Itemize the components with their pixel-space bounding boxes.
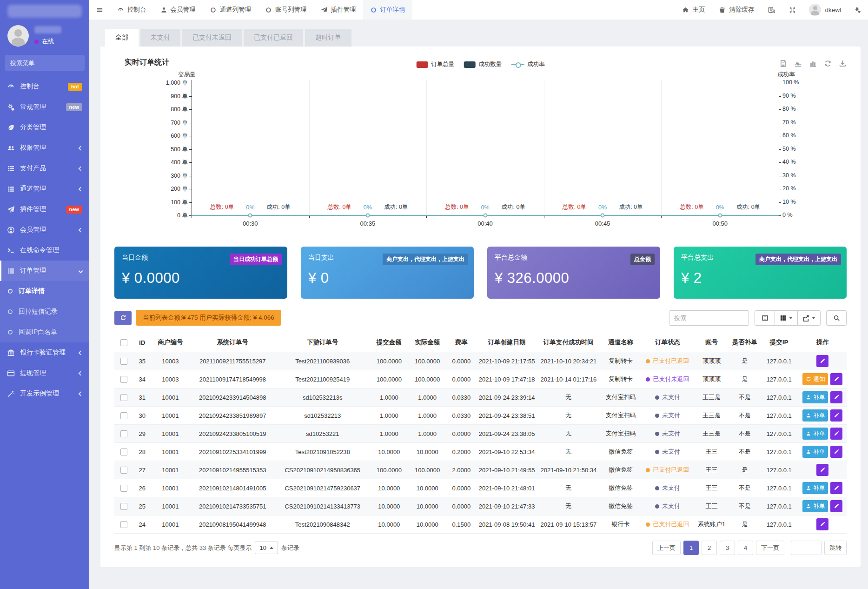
sidebar-item-4[interactable]: 支付产品 [0, 158, 89, 179]
reissue-button[interactable]: 补单 [802, 482, 828, 494]
search-icon[interactable] [72, 60, 79, 67]
edit-button[interactable] [830, 446, 842, 458]
tab-0[interactable]: 全部 [105, 29, 139, 47]
search-button[interactable] [826, 310, 847, 326]
topnav-item-2[interactable]: 通道列管理 [203, 0, 258, 20]
clear-cache-link[interactable]: 清除缓存 [712, 0, 761, 20]
legend-item-1[interactable]: 成功数量 [464, 60, 502, 68]
tab-4[interactable]: 超时订单 [305, 29, 351, 47]
sidebar-search-input[interactable] [10, 60, 72, 67]
download-icon[interactable] [839, 60, 847, 67]
sidebar-subitem-0[interactable]: 订单详情 [0, 281, 89, 301]
point-label-success: 成功: 0单 [502, 203, 525, 211]
tab-2[interactable]: 已支付未返回 [182, 29, 242, 47]
reissue-button[interactable]: 补单 [802, 391, 828, 403]
avatar[interactable] [7, 25, 29, 47]
topbar-right: 主页 清除缓存 dkewl [675, 0, 868, 20]
user-menu[interactable]: dkewl [803, 0, 847, 20]
reissue-button[interactable]: 补单 [802, 500, 828, 512]
point-label-success: 成功: 0单 [266, 203, 290, 211]
sidebar-item-5[interactable]: 通道管理 [0, 179, 89, 199]
table-row: 241000120210908195041499948Test202109084… [114, 515, 847, 534]
row-checkbox[interactable] [120, 448, 127, 455]
sidebar-item-3[interactable]: 权限管理 [0, 138, 89, 158]
language-button[interactable] [761, 0, 782, 20]
tab-1[interactable]: 未支付 [140, 29, 180, 47]
edit-button[interactable] [830, 391, 842, 403]
reissue-button[interactable]: 补单 [802, 446, 828, 458]
topnav-item-3[interactable]: 账号列管理 [258, 0, 314, 20]
table-search-input[interactable] [669, 310, 749, 326]
y-tick-right: 100 % [782, 79, 815, 86]
edit-button[interactable] [816, 355, 828, 367]
row-checkbox[interactable] [120, 503, 127, 510]
edit-button[interactable] [816, 464, 828, 476]
cell-rate: 0.0000 [446, 425, 476, 443]
edit-button[interactable] [830, 482, 842, 494]
sidebar-item-0[interactable]: 控制台hot [0, 76, 89, 97]
translate-icon [768, 7, 775, 13]
page-button-1[interactable]: 1 [683, 541, 699, 555]
topnav-item-1[interactable]: 会员管理 [153, 0, 203, 20]
page-button-2[interactable]: 2 [702, 541, 717, 555]
columns-button[interactable] [775, 310, 798, 326]
home-link[interactable]: 主页 [675, 0, 712, 20]
sidebar-item-6[interactable]: 插件管理new [0, 199, 89, 220]
tab-3[interactable]: 已支付已返回 [244, 29, 303, 47]
row-checkbox[interactable] [120, 467, 127, 474]
jump-page-input[interactable] [791, 541, 822, 555]
topnav-item-5[interactable]: 订单详情 [363, 0, 412, 20]
refresh-button[interactable] [114, 311, 132, 325]
cell-ip: 127.0.0.1 [760, 370, 799, 388]
row-checkbox[interactable] [120, 521, 127, 528]
row-checkbox[interactable] [120, 358, 127, 365]
sidebar-item-2[interactable]: 分类管理 [0, 117, 89, 138]
topnav-item-4[interactable]: 插件管理 [314, 0, 363, 20]
jump-button[interactable]: 跳转 [824, 541, 847, 555]
notify-button[interactable]: 通知 [802, 373, 828, 385]
edit-button[interactable] [830, 500, 842, 512]
edit-button[interactable] [830, 373, 842, 385]
row-checkbox[interactable] [120, 412, 127, 419]
sidebar-item-9[interactable]: 订单管理 [0, 261, 89, 281]
next-page-button[interactable]: 下一页 [756, 541, 784, 555]
sidebar-item-1[interactable]: 常规管理new [0, 97, 89, 117]
settings-button[interactable] [847, 0, 868, 20]
stat-card-amount: ¥ 326.0000 [495, 270, 653, 287]
reissue-button[interactable]: 补单 [802, 428, 828, 440]
row-checkbox[interactable] [120, 430, 127, 437]
edit-button[interactable] [830, 428, 842, 440]
row-checkbox[interactable] [120, 485, 127, 492]
reissue-label: 补单 [813, 412, 825, 420]
sidebar-subitem-2[interactable]: 回调IP白名单 [0, 322, 89, 342]
sidebar-item-7[interactable]: 会员管理 [0, 220, 89, 240]
reissue-button[interactable]: 补单 [802, 409, 828, 422]
restore-icon[interactable] [824, 60, 832, 67]
sidebar-item-10[interactable]: 银行卡验证管理 [0, 342, 89, 363]
pagination: 上一页1234下一页跳转 [649, 541, 847, 555]
edit-button[interactable] [830, 409, 842, 422]
page-button-3[interactable]: 3 [720, 541, 735, 555]
prev-page-button[interactable]: 上一页 [652, 541, 681, 555]
page-button-4[interactable]: 4 [738, 541, 753, 555]
topnav-item-0[interactable]: 控制台 [110, 0, 153, 20]
bar-chart-icon[interactable] [809, 60, 817, 67]
menu-toggle-button[interactable] [89, 0, 110, 20]
fullscreen-button[interactable] [782, 0, 803, 20]
sidebar-item-11[interactable]: 提现管理 [0, 363, 89, 383]
legend-item-0[interactable]: 订单总量 [416, 60, 454, 68]
legend-item-2[interactable]: 成功率 [511, 60, 545, 68]
per-page-select[interactable]: 10 [255, 542, 278, 554]
sidebar-item-8[interactable]: 在线命令管理 [0, 240, 89, 261]
row-checkbox[interactable] [120, 394, 127, 401]
row-checkbox[interactable] [120, 376, 127, 383]
line-chart-icon[interactable] [794, 60, 802, 67]
sidebar-item-12[interactable]: 开发示例管理 [0, 383, 89, 404]
list-icon [7, 165, 15, 173]
export-button[interactable] [797, 310, 821, 326]
sidebar-subitem-1[interactable]: 回掉短信记录 [0, 301, 89, 322]
data-view-icon[interactable] [779, 60, 787, 67]
edit-button[interactable] [816, 518, 828, 530]
select-all-checkbox[interactable] [120, 339, 127, 346]
detail-view-button[interactable] [755, 310, 775, 326]
